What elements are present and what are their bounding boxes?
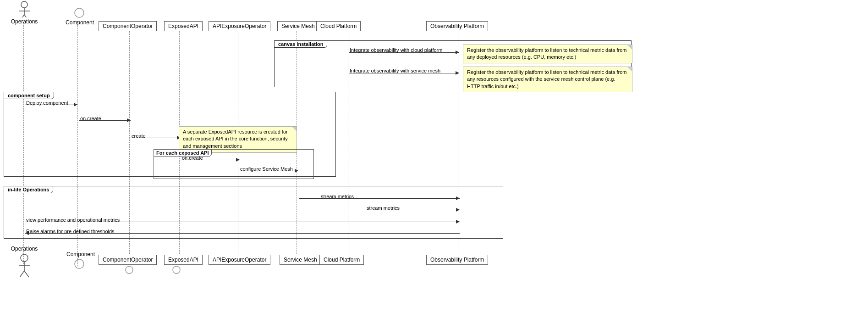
msg-stream-metrics1-label: stream metrics xyxy=(321,194,354,199)
box-apiexposureoperator-bottom: APIExposureOperator xyxy=(209,255,270,265)
note-service-mesh: Register the observability platform to l… xyxy=(463,67,632,92)
msg-configure-mesh-label: configure Service Mesh xyxy=(240,166,293,172)
svg-line-10 xyxy=(24,271,29,277)
servicemesh-label-top: Service Mesh xyxy=(277,21,319,31)
svg-line-9 xyxy=(20,271,24,277)
exposedapi-label-bottom: ExposedAPI xyxy=(164,255,203,265)
cloudplatform-label-top: Cloud Platform xyxy=(316,21,361,31)
observabilityplatform-label-bottom: Observability Platform xyxy=(426,255,488,265)
msg-stream-metrics2-label: stream metrics xyxy=(367,205,400,211)
frame-canvas-label: canvas installation xyxy=(274,40,327,48)
component-label-bottom: Component xyxy=(66,251,92,257)
servicemesh-label-bottom: Service Mesh xyxy=(280,255,321,265)
componentoperator-label-bottom: ComponentOperator xyxy=(99,255,157,265)
svg-line-4 xyxy=(24,15,29,17)
circle-componentoperator-bottom xyxy=(125,265,134,276)
frame-inlife-label: in-life Operations xyxy=(4,186,53,193)
observabilityplatform-label-top: Observability Platform xyxy=(426,21,488,31)
frame-for-each-api: For each exposed API xyxy=(154,149,314,179)
actor-operations-bottom: Operations xyxy=(4,246,45,281)
svg-point-13 xyxy=(126,266,133,274)
exposedapi-label-top: ExposedAPI xyxy=(164,21,203,31)
cloudplatform-label-bottom: Cloud Platform xyxy=(319,255,364,265)
svg-point-0 xyxy=(21,1,27,8)
box-servicemesh-bottom: Service Mesh xyxy=(280,255,321,265)
box-exposedapi-bottom: ExposedAPI xyxy=(164,255,203,265)
componentoperator-label-top: ComponentOperator xyxy=(99,21,157,31)
svg-point-12 xyxy=(173,266,180,274)
box-cloudplatform-top: Cloud Platform xyxy=(316,21,361,31)
box-apiexposureoperator-top: APIExposureOperator xyxy=(209,21,270,31)
msg-create-label: create xyxy=(132,133,146,139)
msg-view-metrics-label: view performance and operational metrics xyxy=(26,217,120,223)
apiexposureoperator-label-bottom: APIExposureOperator xyxy=(209,255,270,265)
box-componentoperator-top: ComponentOperator xyxy=(99,21,157,31)
msg-deploy-label: Deploy component xyxy=(26,100,68,106)
apiexposureoperator-label-top: APIExposureOperator xyxy=(209,21,270,31)
msg-oncreate2-label: on.create xyxy=(182,155,203,161)
box-observabilityplatform-top: Observability Platform xyxy=(426,21,488,31)
msg-integrate-cloud-label: Integrate observability with cloud platf… xyxy=(350,47,442,53)
svg-point-5 xyxy=(75,8,84,17)
msg-raise-alarms-label: Raise alarms for pre-defined thresholds xyxy=(26,229,115,234)
actor-operations-top: Operations xyxy=(4,1,45,25)
box-observabilityplatform-bottom: Observability Platform xyxy=(426,255,488,265)
actor-component-top: Component xyxy=(66,7,93,26)
component-label-top: Component xyxy=(66,19,93,26)
box-cloudplatform-bottom: Cloud Platform xyxy=(319,255,364,265)
diagram-container: Operations Component ComponentOperator E… xyxy=(0,0,868,330)
operations-label-top: Operations xyxy=(4,18,45,25)
box-componentoperator-bottom: ComponentOperator xyxy=(99,255,157,265)
note-cloud-platform: Register the observability platform to l… xyxy=(463,45,632,63)
msg-oncreate1-label: on.create xyxy=(80,116,101,121)
frame-componentsetup-label: component setup xyxy=(4,92,54,99)
operations-label-bottom: Operations xyxy=(4,246,45,252)
msg-integrate-mesh-label: Integrate observability with service mes… xyxy=(350,68,440,73)
circle-exposedapi-bottom xyxy=(172,265,181,276)
actor-component-bottom: Component xyxy=(66,251,92,269)
box-servicemesh-top: Service Mesh xyxy=(277,21,319,31)
svg-line-3 xyxy=(20,15,24,17)
box-exposedapi-top: ExposedAPI xyxy=(164,21,203,31)
svg-point-11 xyxy=(75,259,84,268)
svg-point-6 xyxy=(21,254,28,262)
